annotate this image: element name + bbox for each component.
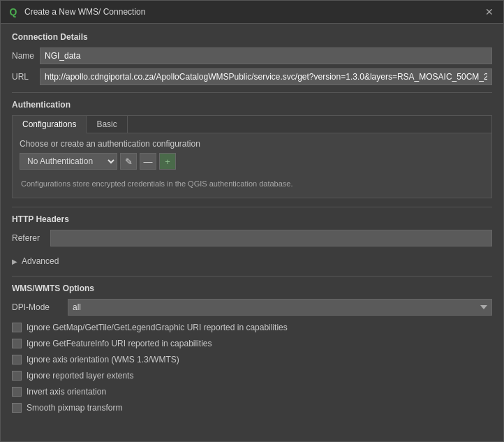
checkbox-label-2: Ignore axis orientation (WMS 1.3/WMTS) — [27, 355, 179, 364]
window-title: Create a New WMS/ Connection — [24, 7, 145, 17]
checkbox-row-0: Ignore GetMap/GetTile/GetLegendGraphic U… — [12, 321, 492, 334]
connection-details-title: Connection Details — [12, 32, 492, 42]
window: Q Create a New WMS/ Connection ✕ Connect… — [0, 0, 504, 442]
auth-info-text: Configurations store encrypted credentia… — [20, 175, 484, 192]
checkbox-2[interactable] — [12, 355, 22, 364]
checkbox-label-4: Invert axis orientation — [27, 387, 106, 397]
auth-config-select[interactable]: No Authentication — [20, 153, 117, 170]
checkbox-row-2: Ignore axis orientation (WMS 1.3/WMTS) — [12, 353, 492, 366]
auth-tabs: Configurations Basic — [13, 116, 491, 133]
auth-edit-button[interactable]: ✎ — [120, 153, 137, 170]
checkbox-4[interactable] — [12, 387, 22, 397]
title-bar-left: Q Create a New WMS/ Connection — [8, 6, 145, 17]
auth-controls: No Authentication ✎ — + — [20, 153, 484, 170]
checkbox-row-5: Smooth pixmap transform — [12, 402, 492, 414]
dpi-select[interactable]: all off QGIS UMN GeoServer — [68, 299, 492, 316]
checkbox-label-5: Smooth pixmap transform — [27, 403, 122, 413]
dpi-label: DPI-Mode — [12, 302, 68, 312]
http-headers-title: HTTP Headers — [12, 214, 492, 224]
close-button[interactable]: ✕ — [482, 5, 496, 19]
wms-wmts-section: WMS/WMTS Options DPI-Mode all off QGIS U… — [12, 283, 492, 414]
url-label: URL — [12, 72, 40, 82]
advanced-label: Advanced — [22, 256, 59, 266]
connection-details-section: Connection Details Name URL — [12, 32, 492, 85]
auth-choose-text: Choose or create an authentication confi… — [20, 139, 484, 149]
tab-basic[interactable]: Basic — [87, 116, 127, 133]
title-bar: Q Create a New WMS/ Connection ✕ — [1, 1, 503, 24]
dpi-row: DPI-Mode all off QGIS UMN GeoServer — [12, 299, 492, 316]
auth-box: Configurations Basic Choose or create an… — [12, 115, 492, 198]
wms-wmts-title: WMS/WMTS Options — [12, 283, 492, 293]
name-row: Name — [12, 47, 492, 64]
checkbox-row-3: Ignore reported layer extents — [12, 369, 492, 382]
referer-input[interactable] — [50, 230, 492, 246]
referer-row: Referer — [12, 230, 492, 246]
app-icon: Q — [8, 6, 19, 17]
checkbox-label-3: Ignore reported layer extents — [27, 371, 133, 381]
advanced-row[interactable]: ▶ Advanced — [12, 253, 492, 269]
advanced-arrow-icon: ▶ — [12, 258, 17, 265]
authentication-title: Authentication — [12, 100, 492, 110]
referer-label: Referer — [12, 233, 50, 243]
checkbox-0[interactable] — [12, 323, 22, 332]
checkbox-row-4: Invert axis orientation — [12, 385, 492, 398]
checkbox-1[interactable] — [12, 339, 22, 348]
url-row: URL — [12, 68, 492, 85]
checkbox-label-0: Ignore GetMap/GetTile/GetLegendGraphic U… — [27, 323, 288, 332]
checkbox-5[interactable] — [12, 403, 22, 413]
url-input[interactable] — [40, 68, 492, 85]
auth-add-button[interactable]: + — [159, 153, 176, 170]
checkbox-3[interactable] — [12, 371, 22, 381]
http-headers-section: HTTP Headers Referer — [12, 214, 492, 246]
auth-tab-content: Choose or create an authentication confi… — [13, 133, 491, 198]
checkbox-row-1: Ignore GetFeatureInfo URI reported in ca… — [12, 337, 492, 350]
name-label: Name — [12, 51, 40, 61]
authentication-section: Authentication Configurations Basic Choo… — [12, 100, 492, 198]
content-area: Connection Details Name URL Authenticati… — [1, 24, 503, 441]
auth-remove-button[interactable]: — — [140, 153, 156, 170]
tab-configurations[interactable]: Configurations — [13, 116, 87, 133]
name-input[interactable] — [40, 47, 492, 64]
checkbox-label-1: Ignore GetFeatureInfo URI reported in ca… — [27, 339, 212, 348]
